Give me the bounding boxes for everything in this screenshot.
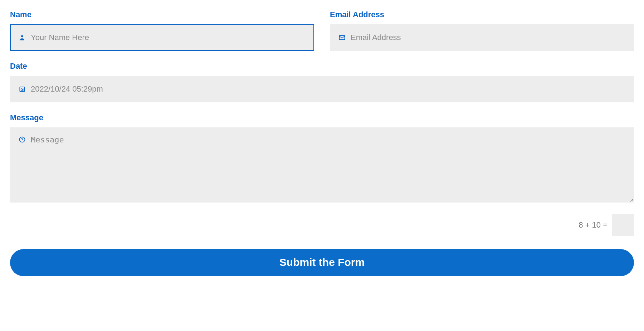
name-field-group: Name xyxy=(10,10,314,51)
email-input-wrap xyxy=(330,24,634,51)
date-input-wrap xyxy=(10,76,634,102)
message-field-group: Message xyxy=(10,113,634,203)
submit-button[interactable]: Submit the Form xyxy=(10,249,634,276)
date-input[interactable] xyxy=(11,77,633,102)
svg-point-4 xyxy=(22,141,22,141)
name-label: Name xyxy=(10,10,314,19)
email-input[interactable] xyxy=(331,25,633,50)
mail-icon xyxy=(338,34,346,41)
svg-point-0 xyxy=(21,35,23,37)
person-icon xyxy=(19,34,26,41)
message-label: Message xyxy=(10,113,634,122)
captcha-input[interactable] xyxy=(612,214,634,236)
captcha-prompt: 8 + 10 = xyxy=(579,220,608,230)
help-icon xyxy=(19,136,26,143)
email-field-group: Email Address xyxy=(330,10,634,51)
svg-rect-1 xyxy=(340,35,345,40)
message-input-wrap xyxy=(10,127,634,203)
name-input-wrap xyxy=(10,24,314,51)
date-label: Date xyxy=(10,62,634,71)
email-label: Email Address xyxy=(330,10,634,19)
name-input[interactable] xyxy=(11,25,313,50)
contact-form: Name Email Address Date Message xyxy=(10,10,634,276)
date-field-group: Date xyxy=(10,62,634,102)
submit-row: Submit the Form xyxy=(10,247,634,276)
calendar-arrow-icon xyxy=(19,86,26,93)
captcha-row: 8 + 10 = xyxy=(10,214,634,236)
message-input[interactable] xyxy=(11,128,633,202)
